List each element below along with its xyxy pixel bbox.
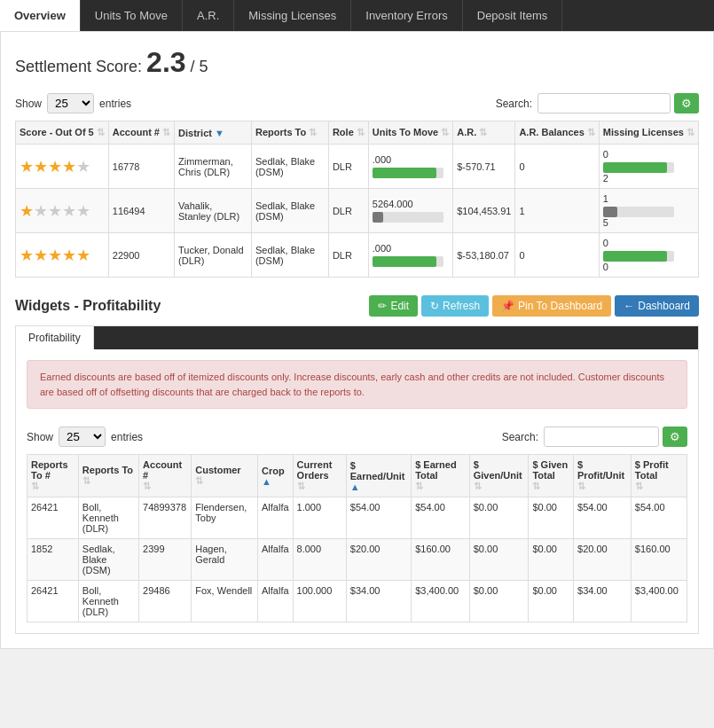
profit-table-row: 1852 Sedlak, Blake (DSM) 2399 Hagen, Ger… <box>27 539 687 581</box>
profit-col-header[interactable]: Crop ▲ <box>258 455 294 497</box>
refresh-button[interactable]: ↻ Refresh <box>421 295 489 317</box>
top-data-table: Score - Out Of 5 ⇅Account # ⇅District ▼R… <box>15 121 699 278</box>
settlement-out-of: / 5 <box>191 58 208 75</box>
edit-icon: ✏ <box>378 300 387 312</box>
profit-col-header[interactable]: $ Given Total ⇅ <box>529 455 574 497</box>
profit-col-header[interactable]: $ Given/Unit ⇅ <box>469 455 529 497</box>
top-table-controls: Show 2550100 entries Search: ⚙ <box>15 93 699 114</box>
profit-col-header[interactable]: Reports To ⇅ <box>78 455 138 497</box>
profit-col-header[interactable]: Account # ⇅ <box>139 455 192 497</box>
nav-tab-missing-licenses[interactable]: Missing Licenses <box>234 0 351 31</box>
ml-progress-bar <box>603 162 674 173</box>
p-reports-to-num: 26421 <box>27 581 79 622</box>
p-customer: Flendersen, Toby <box>192 497 258 539</box>
profit-col-header[interactable]: $ Profit Total ⇅ <box>631 455 687 497</box>
ar-cell: $-570.71 <box>453 145 515 189</box>
search-label: Search: <box>496 98 532 110</box>
profit-gear-button[interactable]: ⚙ <box>663 427 687 447</box>
ml-progress-bar <box>603 207 674 217</box>
table-row: ★★★★★ 22900 Tucker, Donald (DLR) Sedlak,… <box>16 233 699 278</box>
show-select[interactable]: 2550100 <box>47 93 94 114</box>
show-label: Show <box>15 98 42 110</box>
reports-to-cell: Sedlak, Blake (DSM) <box>251 233 328 278</box>
profit-col-header[interactable]: Customer ⇅ <box>192 455 258 497</box>
p-reports-to-num: 1852 <box>27 539 79 581</box>
dashboard-button[interactable]: ← Dashboard <box>615 295 699 317</box>
nav-tab-ar[interactable]: A.R. <box>183 0 234 31</box>
ar-balances-cell: 0 <box>515 233 599 278</box>
ar-balances-cell: 0 <box>515 145 599 189</box>
col-header[interactable]: District ▼ <box>175 121 252 145</box>
profit-col-header[interactable]: $ Earned Total ⇅ <box>412 455 470 497</box>
p-crop: Alfalfa <box>258 497 294 539</box>
pin-label: Pin To Dashboard <box>518 300 602 312</box>
ar-balances-cell: 1 <box>515 189 599 233</box>
profitability-tab-bar: Profitability <box>16 326 698 349</box>
p-account: 2399 <box>139 539 192 581</box>
col-header[interactable]: Reports To ⇅ <box>251 121 328 145</box>
profit-col-header[interactable]: Current Orders ⇅ <box>293 455 346 497</box>
p-earned-total: $160.00 <box>412 539 470 581</box>
p-current-orders: 8.000 <box>293 539 346 581</box>
profit-col-header[interactable]: $ Profit/Unit ⇅ <box>574 455 632 497</box>
p-given-total: $0.00 <box>529 581 574 622</box>
profit-search-label: Search: <box>502 431 538 443</box>
nav-tab-overview[interactable]: Overview <box>0 0 81 31</box>
p-earned-unit: $54.00 <box>346 497 411 539</box>
profit-controls: Show 2550100 entries Search: ⚙ <box>16 419 698 454</box>
p-profit-unit: $34.00 <box>574 581 632 622</box>
district-cell: Tucker, Donald (DLR) <box>175 233 252 278</box>
ar-cell: $-53,180.07 <box>453 233 515 278</box>
role-cell: DLR <box>328 189 368 233</box>
profit-table-row: 26421 Boll, Kenneth (DLR) 74899378 Flend… <box>27 497 687 539</box>
district-cell: Vahalik, Stanley (DLR) <box>175 189 252 233</box>
col-header[interactable]: Units To Move ⇅ <box>368 121 452 145</box>
reports-to-cell: Sedlak, Blake (DSM) <box>251 189 328 233</box>
dashboard-label: Dashboard <box>638 300 690 312</box>
score-cell: ★★★★★ <box>16 145 109 189</box>
nav-bar: OverviewUnits To MoveA.R.Missing License… <box>0 0 714 31</box>
profit-table-wrap: Reports To # ⇅Reports To ⇅Account # ⇅Cus… <box>16 454 698 633</box>
nav-tab-inventory-errors[interactable]: Inventory Errors <box>351 0 462 31</box>
profit-table-row: 26421 Boll, Kenneth (DLR) 29486 Fox, Wen… <box>27 581 687 622</box>
main-content: Settlement Score: 2.3 / 5 Show 2550100 e… <box>0 31 714 649</box>
table-row: ★★★★★ 16778 Zimmerman, Chris (DLR) Sedla… <box>16 145 699 189</box>
missing-licenses-cell: 0 2 <box>599 145 698 189</box>
settlement-score: Settlement Score: 2.3 / 5 <box>15 46 699 79</box>
col-header[interactable]: A.R. Balances ⇅ <box>515 121 599 145</box>
missing-licenses-cell: 0 0 <box>599 233 698 278</box>
pin-to-dashboard-button[interactable]: 📌 Pin To Dashboard <box>492 295 611 317</box>
refresh-label: Refresh <box>443 300 480 312</box>
col-header[interactable]: Score - Out Of 5 ⇅ <box>16 121 109 145</box>
p-crop: Alfalfa <box>258 539 294 581</box>
pin-icon: 📌 <box>501 300 514 312</box>
profit-col-header[interactable]: $ Earned/Unit ▲ <box>346 455 411 497</box>
refresh-icon: ↻ <box>430 300 439 312</box>
profit-show-select[interactable]: 2550100 <box>59 427 106 447</box>
score-cell: ★★★★★ <box>16 233 109 278</box>
edit-button[interactable]: ✏ Edit <box>369 295 418 317</box>
p-given-total: $0.00 <box>529 497 574 539</box>
profitability-tab[interactable]: Profitability <box>16 326 94 349</box>
nav-tab-units-to-move[interactable]: Units To Move <box>81 0 183 31</box>
p-current-orders: 1.000 <box>293 497 346 539</box>
search-input[interactable] <box>537 93 671 114</box>
table-row: ★★★★★ 116494 Vahalik, Stanley (DLR) Sedl… <box>16 189 699 233</box>
profit-col-header[interactable]: Reports To # ⇅ <box>27 455 79 497</box>
p-given-unit: $0.00 <box>469 539 529 581</box>
col-header[interactable]: Account # ⇅ <box>108 121 174 145</box>
p-profit-unit: $20.00 <box>574 539 632 581</box>
nav-tab-deposit-items[interactable]: Deposit Items <box>463 0 562 31</box>
col-header[interactable]: Role ⇅ <box>328 121 368 145</box>
p-profit-total: $3,400.00 <box>631 581 687 622</box>
ml-progress-bar <box>603 251 674 262</box>
p-reports-to: Boll, Kenneth (DLR) <box>78 581 138 622</box>
p-profit-total: $160.00 <box>631 539 687 581</box>
search-gear-button[interactable]: ⚙ <box>674 93 699 114</box>
col-header[interactable]: A.R. ⇅ <box>453 121 515 145</box>
p-current-orders: 100.000 <box>293 581 346 622</box>
col-header[interactable]: Missing Licenses ⇅ <box>599 121 698 145</box>
p-earned-unit: $20.00 <box>346 539 411 581</box>
profit-search-input[interactable] <box>544 427 659 447</box>
p-earned-total: $3,400.00 <box>412 581 470 622</box>
